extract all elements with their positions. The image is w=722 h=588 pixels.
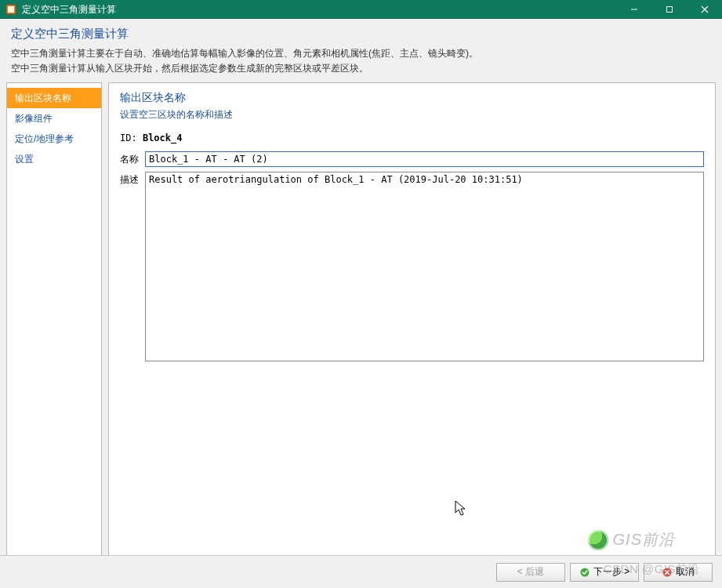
subtitle-line1: 空中三角测量计算主要在于自动、准确地估算每幅输入影像的位置、角元素和相机属性(焦… xyxy=(11,48,478,59)
description-label: 描述 xyxy=(120,172,145,187)
sidebar-item-image-components[interactable]: 影像组件 xyxy=(7,108,101,129)
close-button[interactable] xyxy=(687,0,722,19)
maximize-button[interactable] xyxy=(651,0,687,19)
page-subtitle: 空中三角测量计算主要在于自动、准确地估算每幅输入影像的位置、角元素和相机属性(焦… xyxy=(11,46,711,76)
window-controls xyxy=(616,0,722,19)
name-label: 名称 xyxy=(120,151,145,166)
page-title: 定义空中三角测量计算 xyxy=(11,27,711,42)
block-id-label: ID: xyxy=(120,132,137,143)
cancel-button[interactable]: 取消 xyxy=(644,563,713,582)
svg-point-6 xyxy=(580,568,589,576)
cancel-button-label: 取消 xyxy=(676,565,695,579)
check-icon xyxy=(579,567,590,578)
page-header: 定义空中三角测量计算 空中三角测量计算主要在于自动、准确地估算每幅输入影像的位置… xyxy=(0,19,722,82)
next-button[interactable]: 下一步 > xyxy=(570,563,639,582)
titlebar: 定义空中三角测量计算 xyxy=(0,0,722,19)
sidebar-item-label: 设置 xyxy=(15,154,34,165)
sidebar-item-label: 输出区块名称 xyxy=(15,93,71,103)
sidebar-item-positioning-georeference[interactable]: 定位/地理参考 xyxy=(7,129,101,149)
sidebar: 输出区块名称 影像组件 定位/地理参考 设置 xyxy=(6,82,102,557)
minimize-button[interactable] xyxy=(616,0,651,19)
wizard-footer: < 后退 下一步 > 取消 xyxy=(0,555,722,588)
block-id-row: ID: Block_4 xyxy=(120,132,704,143)
content-heading: 输出区块名称 xyxy=(120,91,704,105)
svg-rect-3 xyxy=(666,7,672,13)
main-area: 输出区块名称 影像组件 定位/地理参考 设置 输出区块名称 设置空三区块的名称和… xyxy=(0,82,722,557)
cancel-icon xyxy=(662,567,673,578)
next-button-label: 下一步 > xyxy=(593,565,629,579)
window-title: 定义空中三角测量计算 xyxy=(22,3,616,16)
name-row: 名称 xyxy=(120,151,704,167)
block-id-value: Block_4 xyxy=(143,132,183,143)
description-textarea[interactable] xyxy=(145,172,704,361)
sidebar-item-output-block-name[interactable]: 输出区块名称 xyxy=(7,88,101,108)
content-panel: 输出区块名称 设置空三区块的名称和描述 ID: Block_4 名称 描述 xyxy=(108,82,716,557)
sidebar-item-label: 影像组件 xyxy=(15,113,53,124)
name-input[interactable] xyxy=(145,151,704,167)
svg-rect-1 xyxy=(8,6,14,13)
back-button-label: < 后退 xyxy=(517,565,544,579)
app-icon xyxy=(5,3,17,16)
description-row: 描述 xyxy=(120,172,704,361)
back-button[interactable]: < 后退 xyxy=(496,563,565,582)
content-description: 设置空三区块的名称和描述 xyxy=(120,108,704,122)
sidebar-item-settings[interactable]: 设置 xyxy=(7,149,101,169)
sidebar-item-label: 定位/地理参考 xyxy=(15,133,74,144)
subtitle-line2: 空中三角测量计算从输入区块开始，然后根据选定参数生成新的完整区块或平差区块。 xyxy=(11,63,368,74)
